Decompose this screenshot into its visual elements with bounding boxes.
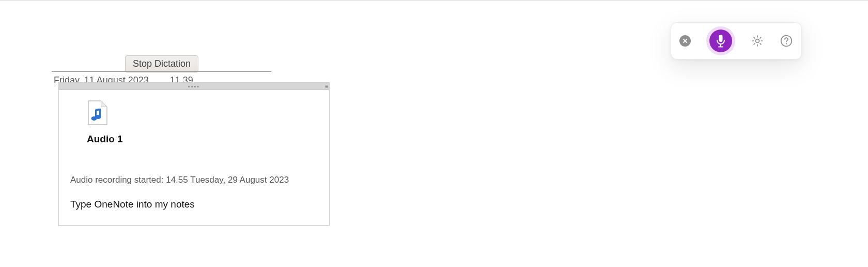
note-body[interactable]: Audio 1 Audio recording started: 14.55 T… — [59, 90, 329, 217]
note-titlebar[interactable]: •••• ◂▸ — [59, 83, 329, 90]
help-button[interactable] — [780, 34, 793, 48]
resize-arrows-icon[interactable]: ◂▸ — [325, 84, 326, 89]
svg-point-7 — [756, 39, 760, 43]
drag-handle-icon[interactable]: •••• — [188, 83, 200, 89]
microphone-button[interactable] — [706, 26, 735, 55]
gear-icon — [751, 34, 764, 48]
note-body-text[interactable]: Type OneNote into my notes — [70, 199, 318, 210]
stop-dictation-button[interactable]: Stop Dictation — [125, 55, 198, 72]
svg-point-3 — [96, 115, 101, 119]
svg-rect-4 — [719, 35, 723, 42]
header-rule — [52, 71, 271, 72]
settings-button[interactable] — [751, 34, 764, 48]
help-icon — [780, 34, 793, 48]
svg-point-9 — [786, 43, 787, 44]
note-container[interactable]: •••• ◂▸ Audio 1 Au — [58, 82, 330, 226]
audio-recording-status: Audio recording started: 14.55 Tuesday, … — [70, 175, 318, 185]
audio-file-attachment[interactable]: Audio 1 — [87, 100, 318, 145]
audio-file-icon — [88, 100, 318, 127]
dictation-toolbar — [671, 22, 802, 60]
microphone-icon — [709, 29, 732, 52]
close-icon — [679, 35, 691, 47]
close-button[interactable] — [679, 35, 691, 47]
audio-file-label: Audio 1 — [87, 134, 318, 145]
